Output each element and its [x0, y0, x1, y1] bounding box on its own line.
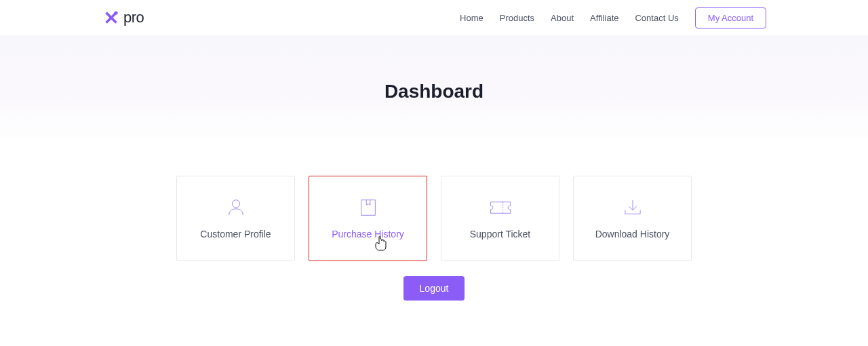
- card-support-ticket[interactable]: Support Ticket: [441, 176, 559, 261]
- logout-wrap: Logout: [0, 276, 868, 301]
- logo[interactable]: pro: [102, 8, 144, 27]
- nav-link-products[interactable]: Products: [500, 13, 534, 23]
- main-nav: Home Products About Affiliate Contact Us…: [460, 7, 766, 28]
- card-customer-profile[interactable]: Customer Profile: [176, 176, 295, 261]
- user-icon: [224, 197, 248, 218]
- ticket-icon: [489, 197, 512, 218]
- card-label: Download History: [595, 229, 670, 239]
- shopping-bag-icon: [357, 197, 380, 218]
- card-label: Support Ticket: [470, 229, 531, 239]
- header: pro Home Products About Affiliate Contac…: [0, 0, 868, 35]
- my-account-button[interactable]: My Account: [695, 7, 766, 28]
- svg-point-1: [232, 200, 239, 208]
- page-title: Dashboard: [384, 81, 484, 102]
- svg-rect-2: [361, 200, 375, 216]
- nav-link-home[interactable]: Home: [460, 13, 484, 23]
- card-purchase-history[interactable]: Purchase History: [309, 176, 427, 261]
- card-label: Purchase History: [332, 229, 404, 239]
- nav-link-affiliate[interactable]: Affiliate: [590, 13, 618, 23]
- hero: Dashboard: [0, 35, 868, 147]
- logo-text: pro: [123, 9, 144, 26]
- logo-mark-icon: [102, 8, 121, 27]
- dashboard-cards: Customer Profile Purchase History Suppor…: [0, 176, 868, 261]
- nav-link-contact[interactable]: Contact Us: [635, 13, 678, 23]
- card-download-history[interactable]: Download History: [573, 176, 692, 261]
- download-icon: [621, 197, 644, 218]
- svg-point-0: [114, 11, 117, 14]
- logout-button[interactable]: Logout: [403, 276, 465, 301]
- card-label: Customer Profile: [200, 229, 271, 239]
- nav-link-about[interactable]: About: [551, 13, 574, 23]
